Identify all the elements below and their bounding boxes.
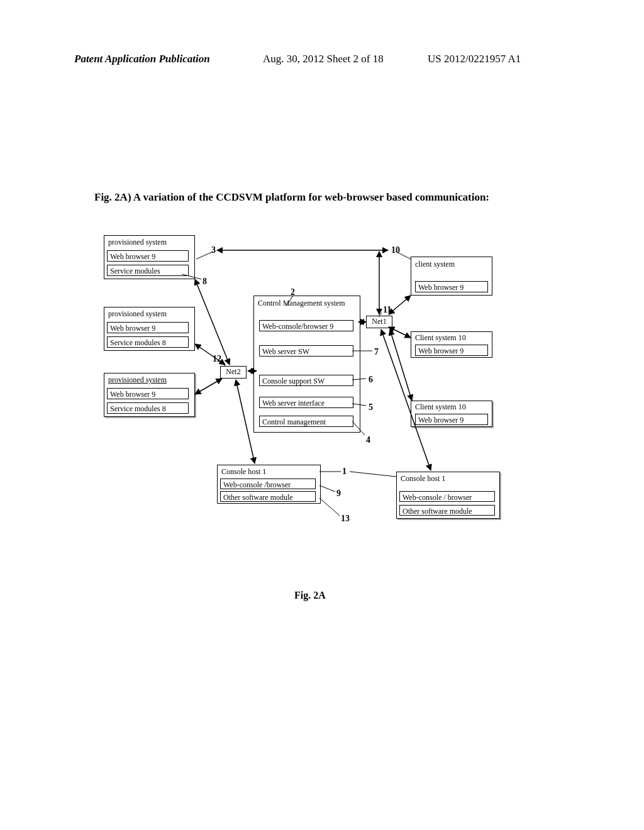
- ref-label-9: 9: [336, 489, 341, 499]
- figure-caption: Fig. 2A: [294, 590, 326, 601]
- ref-label-6: 6: [369, 375, 373, 385]
- ref-label-12: 12: [213, 354, 221, 364]
- control-title: Control Management system: [254, 296, 360, 318]
- ref-label-5: 5: [369, 402, 373, 412]
- svg-line-20: [236, 380, 255, 463]
- ref-label-11: 11: [383, 305, 391, 315]
- console-host-2: Console host 1 Web-console / browser Oth…: [396, 472, 500, 519]
- client-system-2: Client system 10 Web browser 9: [411, 331, 492, 358]
- ref-label-7: 7: [374, 347, 379, 357]
- prov3-browser: Web browser 9: [107, 388, 189, 399]
- client-system-1: client system Web browser 9: [411, 257, 492, 296]
- header-left: Patent Application Publication: [74, 53, 210, 65]
- provisioned-system-3: provisioned system Web browser 9 Service…: [104, 373, 195, 417]
- net2-node: Net2: [220, 366, 247, 379]
- svg-line-14: [390, 329, 412, 401]
- diagram-area: provisioned system Web browser 9 Service…: [94, 234, 560, 542]
- svg-line-1: [196, 252, 213, 259]
- header-mid: Aug. 30, 2012 Sheet 2 of 18: [263, 53, 384, 65]
- figure-title: Fig. 2A) A variation of the CCDSVM platf…: [94, 191, 489, 204]
- net1-node: Net1: [366, 316, 392, 328]
- control-webserver-sw: Web server SW: [259, 345, 353, 357]
- console2-title: Console host 1: [397, 472, 499, 485]
- console2-webconsole: Web-console / browser: [399, 491, 495, 502]
- prov3-services: Service modules 8: [107, 402, 189, 414]
- svg-line-6: [195, 279, 230, 365]
- ref-label-10: 10: [391, 245, 400, 255]
- prov1-services: Service modules: [107, 265, 189, 276]
- svg-line-12: [389, 296, 411, 314]
- client-system-3: Client system 10 Web browser 9: [411, 401, 492, 427]
- prov2-browser: Web browser 9: [107, 322, 189, 333]
- control-console-support: Console support SW: [259, 375, 353, 386]
- client1-title: client system: [411, 257, 492, 272]
- prov1-browser: Web browser 9: [107, 250, 189, 262]
- console-host-1: Console host 1 Web-console /browser Othe…: [217, 465, 321, 504]
- client2-title: Client system 10: [411, 332, 492, 344]
- control-webconsole: Web-console/browser 9: [259, 320, 353, 331]
- client1-browser: Web browser 9: [415, 281, 488, 292]
- prov2-title: provisioned system: [104, 307, 194, 321]
- console1-other: Other software module: [220, 491, 316, 502]
- header-right: US 2012/0221957 A1: [428, 53, 521, 65]
- prov1-title: provisioned system: [104, 236, 194, 249]
- ref-label-1: 1: [342, 467, 347, 477]
- ref-label-4: 4: [366, 435, 370, 445]
- control-management-system: Control Management system Web-console/br…: [253, 296, 360, 433]
- svg-line-13: [389, 327, 411, 338]
- console2-other: Other software module: [399, 505, 495, 516]
- provisioned-system-2: provisioned system Web browser 9 Service…: [104, 307, 195, 351]
- ref-label-2: 2: [291, 287, 295, 297]
- client3-title: Client system 10: [411, 401, 492, 413]
- control-webserver-interface: Web server interface: [259, 397, 353, 408]
- prov2-services: Service modules 8: [107, 336, 189, 348]
- svg-line-24: [319, 485, 335, 492]
- prov3-title: provisioned system: [104, 374, 194, 387]
- client3-browser: Web browser 9: [415, 414, 488, 425]
- control-management-module: Control management: [259, 416, 353, 427]
- ref-label-8: 8: [203, 277, 207, 287]
- svg-line-25: [319, 498, 340, 516]
- client2-browser: Web browser 9: [415, 345, 488, 356]
- svg-line-8: [195, 379, 222, 394]
- console1-webconsole: Web-console /browser: [220, 479, 316, 489]
- ref-label-3: 3: [211, 245, 216, 255]
- console1-title: Console host 1: [218, 465, 320, 479]
- provisioned-system-1: provisioned system Web browser 9 Service…: [104, 235, 195, 279]
- svg-line-23: [350, 472, 396, 477]
- ref-label-13: 13: [341, 514, 350, 524]
